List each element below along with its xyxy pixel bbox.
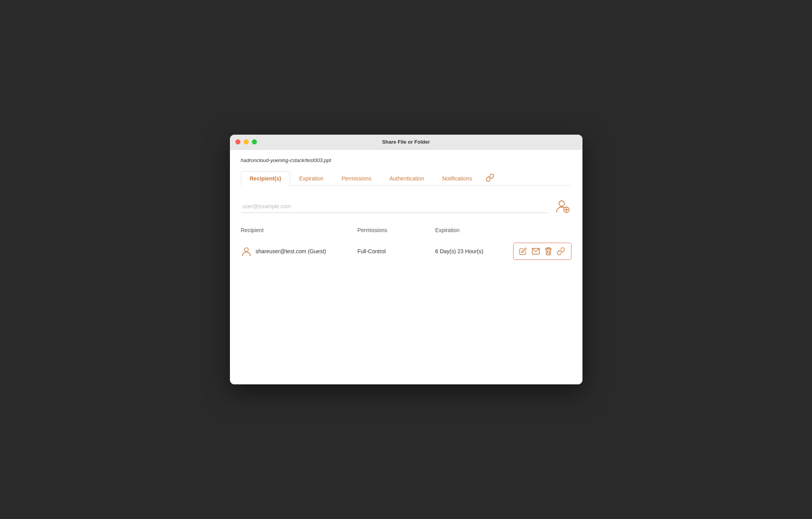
- close-button[interactable]: [235, 139, 241, 144]
- copy-link-button[interactable]: [555, 245, 567, 257]
- header-recipient: Recipient: [241, 227, 358, 233]
- edit-button[interactable]: [517, 246, 528, 257]
- tab-notifications[interactable]: Notifications: [433, 171, 481, 186]
- expiration-cell: 6 Day(s) 23 Hour(s): [435, 248, 513, 254]
- titlebar: Share File or Folder: [230, 135, 582, 150]
- header-actions: [513, 227, 571, 233]
- tab-bar: Recipient(s) Expiration Permissions Auth…: [241, 170, 571, 186]
- table-header: Recipient Permissions Expiration: [241, 227, 571, 235]
- header-expiration: Expiration: [435, 227, 513, 233]
- minimize-button[interactable]: [244, 139, 249, 144]
- maximize-button[interactable]: [252, 139, 257, 144]
- window-title: Share File or Folder: [382, 139, 430, 145]
- svg-point-0: [559, 201, 564, 206]
- main-window: Share File or Folder hadroncloud-yuening…: [230, 135, 582, 384]
- edit-icon: [519, 247, 527, 255]
- add-user-button[interactable]: [552, 196, 571, 216]
- email-input[interactable]: [241, 200, 547, 213]
- user-icon: [241, 246, 252, 257]
- actions-cell: [513, 243, 571, 260]
- recipients-table: Recipient Permissions Expiration shareus…: [241, 227, 571, 263]
- recipient-cell: shareuser@test.com (Guest): [241, 246, 358, 257]
- header-permissions: Permissions: [357, 227, 435, 233]
- tab-permissions[interactable]: Permissions: [333, 171, 380, 186]
- link-copy-icon: [557, 247, 565, 256]
- traffic-lights: [235, 139, 257, 144]
- delete-button[interactable]: [543, 245, 553, 257]
- email-button[interactable]: [530, 246, 542, 257]
- tab-authentication[interactable]: Authentication: [380, 171, 433, 186]
- table-row: shareuser@test.com (Guest) Full-Control …: [241, 240, 571, 263]
- permissions-cell: Full-Control: [357, 248, 435, 254]
- trash-icon: [545, 247, 552, 256]
- tab-expiration[interactable]: Expiration: [290, 171, 333, 186]
- recipient-email: shareuser@test.com (Guest): [256, 248, 326, 254]
- add-user-icon: [553, 198, 570, 214]
- link-icon: [486, 173, 494, 182]
- email-icon: [532, 247, 540, 255]
- file-path: hadroncloud-yuening-cstack/test003.ppt: [241, 157, 571, 163]
- email-input-row: [241, 196, 571, 216]
- tab-link[interactable]: [481, 170, 499, 185]
- svg-point-4: [244, 248, 248, 252]
- content-area: hadroncloud-yuening-cstack/test003.ppt R…: [230, 150, 582, 384]
- tab-recipients[interactable]: Recipient(s): [241, 171, 290, 186]
